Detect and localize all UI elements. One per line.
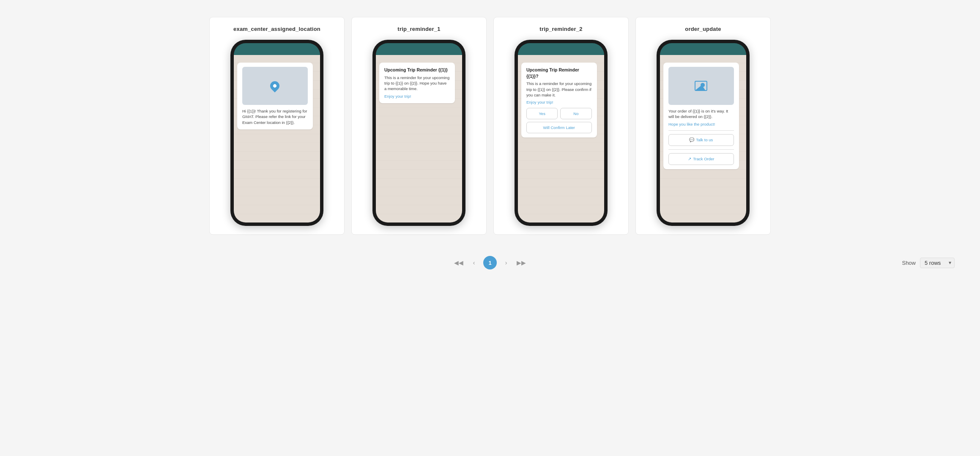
chat-bubble-2: Upcoming Trip Reminder {{1}} This is a r… — [379, 63, 455, 103]
card-title-order: order_update — [685, 26, 721, 32]
pagination-area: ◀◀ ‹ 1 › ▶▶ Show 5 rows 10 rows 20 rows — [8, 256, 972, 269]
current-page: 1 — [483, 256, 497, 269]
phone-inner-1: Hi {{1}}! Thank you for registering for … — [234, 43, 320, 223]
card-title-trip-1: trip_reminder_1 — [397, 26, 440, 32]
phone-inner-3: Upcoming Trip Reminder {{1}}? This is a … — [518, 43, 604, 223]
divider-1 — [668, 130, 734, 131]
card-title-exam-center: exam_center_assigned_location — [233, 26, 320, 32]
bubble-title-2: Upcoming Trip Reminder {{1}} — [384, 67, 450, 73]
chat-area-2: Upcoming Trip Reminder {{1}} This is a r… — [376, 55, 462, 223]
card-title-trip-2: trip_reminder_2 — [539, 26, 582, 32]
phone-frame-1: Hi {{1}}! Thank you for registering for … — [230, 40, 323, 226]
map-placeholder — [242, 67, 308, 105]
rows-select[interactable]: 5 rows 10 rows 20 rows — [920, 258, 955, 268]
status-bar-1 — [234, 43, 320, 55]
phone-inner-2: Upcoming Trip Reminder {{1}} This is a r… — [376, 43, 462, 223]
chat-bubble-3: Upcoming Trip Reminder {{1}}? This is a … — [521, 63, 597, 137]
last-page-button[interactable]: ▶▶ — [515, 257, 527, 269]
last-page-icon: ▶▶ — [517, 259, 526, 266]
bubble-title-3: Upcoming Trip Reminder {{1}}? — [526, 67, 592, 79]
will-confirm-later-button[interactable]: Will Confirm Later — [526, 122, 592, 133]
show-label: Show — [902, 260, 916, 266]
chat-bubble-4: Your order of {{1}} is on it's way. It w… — [663, 63, 739, 169]
map-pin-icon — [268, 79, 282, 92]
phone-frame-4: Your order of {{1}} is on it's way. It w… — [657, 40, 750, 226]
bubble-body-3: This is a reminder for your upcoming tri… — [526, 81, 592, 98]
divider-2 — [668, 149, 734, 150]
chat-bubble-1: Hi {{1}}! Thank you for registering for … — [237, 63, 313, 129]
rows-select-wrapper: 5 rows 10 rows 20 rows — [920, 258, 955, 268]
bubble-body-4: Your order of {{1}} is on it's way. It w… — [668, 108, 734, 120]
chat-area-4: Your order of {{1}} is on it's way. It w… — [660, 55, 746, 223]
external-icon: ↗ — [688, 156, 691, 162]
chat-area-1: Hi {{1}}! Thank you for registering for … — [234, 55, 320, 223]
card-order-update: order_update Your order of {{1}} is on i… — [635, 17, 771, 235]
talk-to-us-label: Talk to us — [696, 137, 713, 143]
bubble-link-2: Enjoy your trip! — [384, 93, 450, 99]
chat-icon: 💬 — [689, 137, 694, 143]
status-bar-3 — [518, 43, 604, 55]
phone-frame-2: Upcoming Trip Reminder {{1}} This is a r… — [372, 40, 465, 226]
track-order-label: Track Order — [693, 156, 714, 162]
no-button[interactable]: No — [560, 108, 591, 119]
first-page-icon: ◀◀ — [454, 259, 463, 266]
cards-container: exam_center_assigned_location Hi {{1}}! … — [8, 8, 972, 243]
bubble-body-2: This is a reminder for your upcoming tri… — [384, 75, 450, 92]
image-icon — [695, 81, 707, 91]
card-exam-center: exam_center_assigned_location Hi {{1}}! … — [209, 17, 345, 235]
phone-frame-3: Upcoming Trip Reminder {{1}}? This is a … — [515, 40, 608, 226]
phone-inner-4: Your order of {{1}} is on it's way. It w… — [660, 43, 746, 223]
yes-no-row: Yes No — [526, 108, 592, 119]
card-trip-reminder-1: trip_reminder_1 Upcoming Trip Reminder {… — [351, 17, 487, 235]
first-page-button[interactable]: ◀◀ — [453, 257, 465, 269]
next-page-button[interactable]: › — [500, 257, 512, 269]
yes-button[interactable]: Yes — [526, 108, 558, 119]
chat-area-3: Upcoming Trip Reminder {{1}}? This is a … — [518, 55, 604, 223]
status-bar-2 — [376, 43, 462, 55]
card-trip-reminder-2: trip_reminder_2 Upcoming Trip Reminder {… — [493, 17, 629, 235]
next-page-icon: › — [505, 259, 507, 266]
status-bar-4 — [660, 43, 746, 55]
bubble-link-3: Enjoy your trip! — [526, 99, 592, 105]
image-placeholder — [668, 67, 734, 105]
prev-page-button[interactable]: ‹ — [468, 257, 480, 269]
prev-page-icon: ‹ — [473, 259, 475, 266]
show-rows-area: Show 5 rows 10 rows 20 rows — [902, 258, 955, 268]
talk-to-us-button[interactable]: 💬 Talk to us — [668, 134, 734, 146]
bubble-link-4: Hope you like the product! — [668, 121, 734, 127]
track-order-button[interactable]: ↗ Track Order — [668, 153, 734, 165]
bubble-body-1: Hi {{1}}! Thank you for registering for … — [242, 108, 308, 125]
